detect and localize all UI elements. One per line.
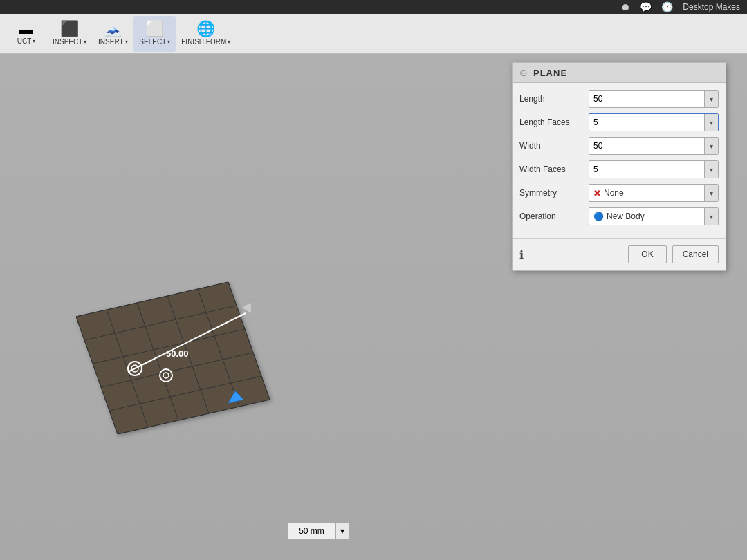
panel-header: ⊖ PLANE <box>513 63 726 83</box>
toolbar-group-main: ▬ UCT ▾ ⬛ INSPECT ▾ 🗻 INSERT ▾ ⬜ SELECT … <box>3 14 239 53</box>
operation-label: Operation <box>519 212 589 221</box>
width-input-wrap: ▾ <box>589 137 719 155</box>
width-faces-input[interactable] <box>589 162 704 177</box>
symmetry-label: Symmetry <box>519 188 589 198</box>
plane-panel: ⊖ PLANE Length ▾ Length Faces ▾ Width ▾ <box>512 62 726 271</box>
measure-unit-dropdown[interactable]: ▾ <box>335 523 349 539</box>
3d-plane: 50.00 <box>7 275 297 469</box>
panel-footer: ℹ OK Cancel <box>513 238 726 270</box>
toolbar-btn-construct[interactable]: ▬ UCT ▾ <box>6 16 47 52</box>
length-input[interactable] <box>589 91 704 106</box>
length-faces-label: Length Faces <box>519 118 589 127</box>
length-faces-dropdown[interactable]: ▾ <box>704 114 718 131</box>
finish-form-label: FINISH FORM ▾ <box>181 38 230 46</box>
info-icon[interactable]: ℹ <box>519 248 524 261</box>
width-faces-dropdown[interactable]: ▾ <box>704 161 718 178</box>
finish-form-icon: 🌐 <box>196 21 215 37</box>
toolbar-btn-insert[interactable]: 🗻 INSERT ▾ <box>92 16 133 52</box>
measure-input[interactable] <box>287 523 335 539</box>
top-bar: ⏺ 💬 🕐 Desktop Makes <box>0 0 747 14</box>
symmetry-icon: ✖ <box>593 188 601 198</box>
toolbar: ▬ UCT ▾ ⬛ INSPECT ▾ 🗻 INSERT ▾ ⬜ SELECT … <box>0 14 747 54</box>
width-row: Width ▾ <box>519 137 719 155</box>
length-label: Length <box>519 94 589 104</box>
length-faces-row: Length Faces ▾ <box>519 113 719 131</box>
ok-button[interactable]: OK <box>628 245 666 263</box>
length-faces-input[interactable] <box>589 115 704 130</box>
operation-select[interactable]: 🔵 New Body ▾ <box>589 207 719 225</box>
panel-title: PLANE <box>533 68 567 78</box>
select-icon: ⬜ <box>145 21 164 37</box>
insert-icon: 🗻 <box>104 21 122 37</box>
toolbar-btn-select[interactable]: ⬜ SELECT ▾ <box>133 16 176 52</box>
panel-body: Length ▾ Length Faces ▾ Width ▾ Width Fa… <box>513 83 726 238</box>
width-faces-label: Width Faces <box>519 165 589 174</box>
symmetry-select[interactable]: ✖ None ▾ <box>589 184 719 202</box>
measure-bar: ▾ <box>287 523 349 539</box>
width-faces-input-wrap: ▾ <box>589 160 719 178</box>
insert-label: INSERT ▾ <box>98 38 128 46</box>
construct-icon: ▬ <box>19 22 33 36</box>
select-label: SELECT ▾ <box>139 38 170 46</box>
operation-dropdown[interactable]: ▾ <box>704 208 718 225</box>
toolbar-btn-finish-form[interactable]: 🌐 FINISH FORM ▾ <box>176 16 236 52</box>
width-input[interactable] <box>589 138 704 153</box>
width-label: Width <box>519 141 589 151</box>
measure-label: 50.00 <box>166 348 189 359</box>
length-dropdown[interactable]: ▾ <box>704 91 718 107</box>
operation-row: Operation 🔵 New Body ▾ <box>519 207 719 225</box>
construct-label: UCT ▾ <box>17 37 36 45</box>
record-icon[interactable]: ⏺ <box>620 1 630 12</box>
inspect-label: INSPECT ▾ <box>53 38 86 46</box>
svg-marker-21 <box>241 301 254 314</box>
width-faces-row: Width Faces ▾ <box>519 160 719 178</box>
length-row: Length ▾ <box>519 90 719 108</box>
panel-close-icon[interactable]: ⊖ <box>519 67 528 78</box>
toolbar-btn-inspect[interactable]: ⬛ INSPECT ▾ <box>47 16 92 52</box>
symmetry-value: ✖ None <box>589 185 704 201</box>
app-title: Desktop Makes <box>683 2 740 12</box>
inspect-icon: ⬛ <box>60 21 79 37</box>
cancel-button[interactable]: Cancel <box>672 245 719 263</box>
symmetry-dropdown[interactable]: ▾ <box>704 185 718 201</box>
history-icon[interactable]: 🕐 <box>661 1 673 12</box>
length-faces-input-wrap: ▾ <box>589 113 719 131</box>
panel-buttons: OK Cancel <box>628 245 719 263</box>
symmetry-row: Symmetry ✖ None ▾ <box>519 184 719 202</box>
operation-value: 🔵 New Body <box>589 209 704 224</box>
length-input-wrap: ▾ <box>589 90 719 108</box>
comment-icon[interactable]: 💬 <box>640 1 652 12</box>
width-dropdown[interactable]: ▾ <box>704 138 718 154</box>
operation-icon: 🔵 <box>593 212 604 221</box>
